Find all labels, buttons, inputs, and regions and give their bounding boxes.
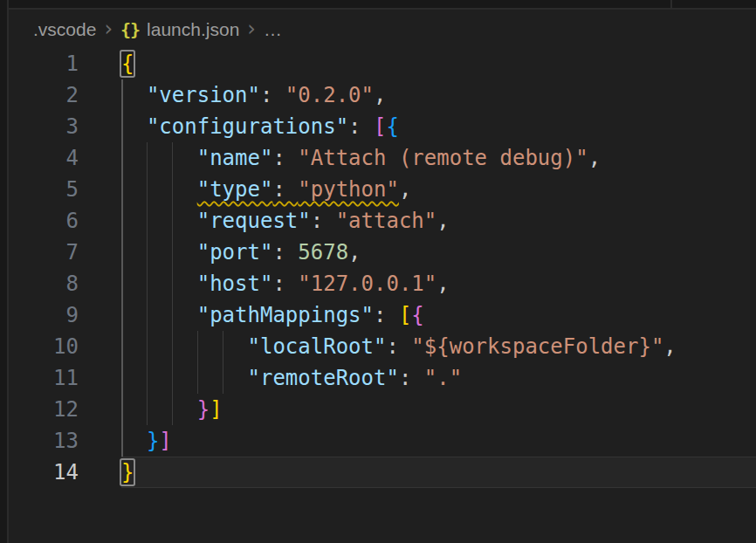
- code-line[interactable]: 9 "pathMappings": [{: [10, 299, 756, 331]
- code-token: [: [374, 114, 386, 139]
- breadcrumb-symbol-more[interactable]: …: [264, 19, 282, 40]
- editor-pane[interactable]: .vscode › {} launch.json › … 1{2 "versio…: [10, 11, 756, 543]
- code-token: :: [374, 303, 399, 327]
- code-text: "host": "127.0.0.1",: [121, 272, 450, 296]
- code-line-content[interactable]: }]: [121, 425, 756, 457]
- line-number[interactable]: 5: [10, 174, 79, 205]
- code-token: "name": [197, 146, 273, 170]
- line-number[interactable]: 6: [10, 205, 79, 237]
- code-text: "port": 5678,: [121, 240, 361, 265]
- code-line-content[interactable]: }: [121, 457, 756, 488]
- code-token: "python": [298, 177, 399, 202]
- code-line[interactable]: 4 "name": "Attach (remote debug)",: [10, 142, 756, 174]
- code-text: {: [121, 52, 134, 76]
- code-token: }: [197, 397, 210, 422]
- code-token: "127.0.0.1": [298, 272, 436, 296]
- line-number[interactable]: 10: [10, 331, 79, 362]
- code-token: [121, 209, 197, 233]
- code-token: "${workspaceFolder}": [411, 334, 663, 359]
- breadcrumb-folder[interactable]: .vscode: [33, 19, 96, 40]
- tab-bar-edge: [9, 0, 756, 10]
- code-token: [121, 177, 197, 202]
- code-line-content[interactable]: "request": "attach",: [121, 205, 756, 237]
- code-token: ,: [348, 240, 361, 265]
- code-line[interactable]: 7 "port": 5678,: [10, 237, 756, 268]
- code-token: "localRoot": [248, 334, 387, 359]
- code-line-content[interactable]: {: [121, 48, 756, 79]
- code-line[interactable]: 12 }]: [10, 394, 756, 425]
- code-token: :: [272, 177, 298, 202]
- code-token: "request": [197, 209, 311, 233]
- code-token: "configurations": [147, 114, 348, 139]
- code-line[interactable]: 5 "type": "python",: [10, 174, 756, 205]
- code-token: [121, 114, 147, 139]
- code-text: "localRoot": "${workspaceFolder}",: [121, 334, 677, 359]
- code-token: [121, 146, 197, 170]
- code-token: ]: [159, 429, 171, 453]
- code-token: [121, 272, 197, 296]
- code-line-content[interactable]: "configurations": [{: [121, 111, 756, 142]
- code-line-content[interactable]: "type": "python",: [121, 174, 756, 205]
- code-token: "type": [197, 177, 273, 202]
- code-token: ".": [424, 366, 462, 390]
- line-number[interactable]: 12: [10, 394, 79, 425]
- code-line[interactable]: 3 "configurations": [{: [10, 111, 756, 142]
- breadcrumb-file[interactable]: launch.json: [147, 19, 239, 40]
- code-line[interactable]: 11 "remoteRoot": ".": [10, 362, 756, 394]
- code-line[interactable]: 14}: [10, 457, 756, 488]
- code-line-content[interactable]: "pathMappings": [{: [121, 299, 756, 331]
- code-line[interactable]: 2 "version": "0.2.0",: [10, 79, 756, 111]
- code-token: ,: [399, 177, 411, 202]
- line-number[interactable]: 9: [10, 299, 79, 331]
- code-line[interactable]: 8 "host": "127.0.0.1",: [10, 268, 756, 299]
- code-text: }: [121, 460, 134, 485]
- code-line-content[interactable]: "name": "Attach (remote debug)",: [121, 142, 756, 174]
- line-number[interactable]: 2: [10, 79, 79, 111]
- code-token: [121, 303, 197, 327]
- code-token: "0.2.0": [285, 83, 374, 107]
- code-line-content[interactable]: "localRoot": "${workspaceFolder}",: [121, 331, 756, 362]
- line-number[interactable]: 13: [10, 425, 79, 457]
- code-token: ,: [436, 272, 449, 296]
- line-number[interactable]: 4: [10, 142, 79, 174]
- code-token: :: [272, 146, 298, 170]
- sidebar-edge: [0, 0, 9, 543]
- code-lines[interactable]: 1{2 "version": "0.2.0",3 "configurations…: [10, 48, 756, 488]
- code-text: "name": "Attach (remote debug)",: [121, 146, 601, 170]
- code-token: [121, 366, 248, 390]
- line-number[interactable]: 1: [10, 48, 79, 79]
- tab-separator: [670, 0, 672, 10]
- code-line[interactable]: 13 }]: [10, 425, 756, 457]
- code-token: [: [399, 303, 411, 327]
- code-line[interactable]: 10 "localRoot": "${workspaceFolder}",: [10, 331, 756, 362]
- code-text: "pathMappings": [{: [121, 303, 424, 327]
- code-line-content[interactable]: "remoteRoot": ".": [121, 362, 756, 394]
- code-line-content[interactable]: }]: [121, 394, 756, 425]
- code-line[interactable]: 1{: [10, 48, 756, 79]
- code-line[interactable]: 6 "request": "attach",: [10, 205, 756, 237]
- code-text: "type": "python",: [121, 177, 411, 202]
- code-token: [121, 334, 248, 359]
- code-token: "pathMappings": [197, 303, 374, 327]
- code-token: "remoteRoot": [248, 366, 399, 390]
- line-number[interactable]: 8: [10, 268, 79, 299]
- line-number[interactable]: 7: [10, 237, 79, 268]
- code-line-content[interactable]: "version": "0.2.0",: [121, 79, 756, 111]
- code-token: ]: [210, 397, 222, 422]
- code-line-content[interactable]: "port": 5678,: [121, 237, 756, 268]
- code-token: {: [411, 303, 423, 327]
- chevron-right-icon: ›: [247, 17, 256, 41]
- code-token: "version": [147, 83, 260, 107]
- code-token: ,: [374, 83, 386, 107]
- code-token: ,: [588, 146, 601, 170]
- code-token: 5678: [298, 240, 348, 265]
- code-token: [121, 397, 197, 422]
- line-number[interactable]: 11: [10, 362, 79, 394]
- json-file-icon: {}: [120, 19, 140, 40]
- line-number[interactable]: 3: [10, 111, 79, 142]
- code-token: "port": [197, 240, 273, 265]
- code-line-content[interactable]: "host": "127.0.0.1",: [121, 268, 756, 299]
- code-text: "version": "0.2.0",: [121, 83, 386, 107]
- line-number[interactable]: 14: [10, 457, 79, 488]
- code-token: [121, 429, 147, 453]
